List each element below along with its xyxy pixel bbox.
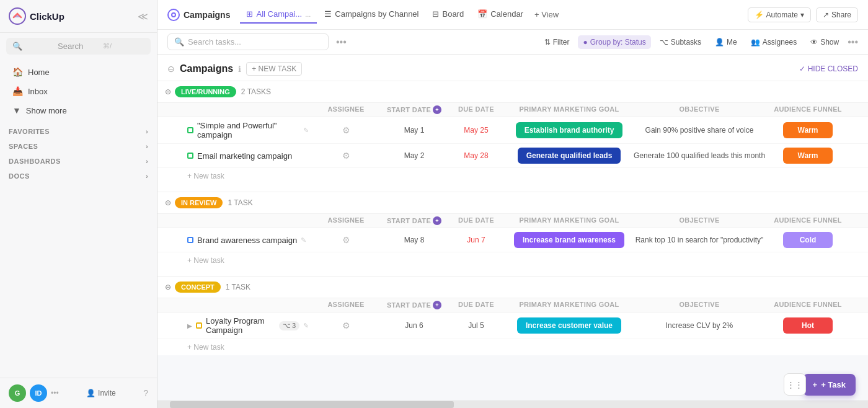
assignees-icon: 👥: [751, 38, 760, 47]
group-icon: ●: [583, 38, 587, 47]
section-label: DASHBOARDS: [9, 157, 61, 165]
task-name-1: "Simple and Powerful" campaign ✎: [187, 121, 309, 140]
tab-calendar[interactable]: 📅 Calendar: [471, 6, 529, 24]
tab-icon: ☰: [324, 9, 332, 19]
due-date-4: Jul 5: [445, 321, 507, 330]
chevron-right-icon: ›: [146, 143, 148, 150]
assignee-cell-2: ⚙: [309, 151, 383, 161]
help-icon[interactable]: ?: [143, 388, 148, 398]
col-primary-goal: PRIMARY MARKETING GOAL: [507, 301, 631, 309]
assignee-cell-1: ⚙: [309, 125, 383, 135]
filter-icon: ⇅: [544, 38, 551, 47]
table-row: ▶ Loyalty Program Campaign ⌥ 3 ✎ ⚙ Jun 6…: [157, 313, 868, 339]
tab-all-campaigns[interactable]: ⊞ All Campai... ...: [240, 6, 317, 24]
share-label: Share: [831, 11, 851, 19]
info-icon[interactable]: ℹ: [238, 64, 241, 74]
assignees-button[interactable]: 👥 Assignees: [746, 35, 802, 49]
audience-cell-3: Cold: [768, 232, 848, 248]
new-task-button[interactable]: + NEW TASK: [246, 62, 302, 76]
campaigns-title: Campaigns: [180, 63, 233, 74]
objective-cell-1: Gain 90% positive share of voice: [631, 126, 768, 135]
tab-board[interactable]: ⊟ Board: [426, 6, 470, 24]
sidebar-search[interactable]: 🔍 Search ⌘/: [6, 38, 151, 55]
audience-badge-4: Hot: [783, 317, 833, 334]
new-task-row-live[interactable]: + New task: [157, 168, 868, 184]
tab-campaigns-by-channel[interactable]: ☰ Campaigns by Channel: [318, 6, 425, 24]
new-task-row-review[interactable]: + New task: [157, 252, 868, 268]
sidebar-section-favorites[interactable]: FAVORITES ›: [0, 123, 157, 138]
subtask-expand-icon[interactable]: ▶: [187, 322, 192, 329]
toolbar-more-button[interactable]: •••: [336, 37, 347, 48]
task-checkbox-4[interactable]: [196, 322, 202, 329]
task-checkbox-2[interactable]: [187, 153, 193, 159]
edit-icon-4[interactable]: ✎: [303, 322, 309, 330]
grid-view-button[interactable]: ⋮⋮: [784, 373, 806, 396]
add-task-fab[interactable]: + + Task: [803, 374, 856, 396]
invite-label: Invite: [98, 389, 116, 397]
collapse-campaigns-icon[interactable]: ⊖: [167, 64, 175, 74]
search-tasks-input[interactable]: 🔍 Search tasks...: [167, 33, 329, 50]
me-button[interactable]: 👤 Me: [710, 35, 742, 49]
group-by-button[interactable]: ● Group by: Status: [578, 35, 650, 49]
start-date-3: May 8: [383, 236, 445, 244]
automate-icon: ⚡: [755, 11, 764, 19]
filter-button[interactable]: ⇅ Filter: [539, 35, 575, 49]
automate-label: Automate: [766, 11, 798, 19]
task-checkbox-3[interactable]: [187, 237, 193, 243]
sidebar-section-dashboards[interactable]: DASHBOARDS ›: [0, 153, 157, 167]
tab-label: All Campai...: [256, 9, 302, 19]
section-label: DOCS: [9, 172, 30, 180]
sidebar-item-show-more[interactable]: ▼ Show more: [4, 101, 153, 120]
horizontal-scrollbar[interactable]: [157, 401, 868, 408]
new-task-row-concept[interactable]: + New task: [157, 339, 868, 355]
start-date-4: Jun 6: [383, 321, 445, 330]
group-header-concept: ⊖ CONCEPT 1 TASK: [157, 276, 868, 298]
toolbar-overflow-button[interactable]: •••: [848, 37, 858, 48]
col-primary-goal: PRIMARY MARKETING GOAL: [507, 216, 631, 225]
due-date-2: May 28: [445, 151, 507, 160]
sidebar-item-inbox[interactable]: 📥 Inbox: [4, 82, 153, 100]
goal-cell-2: Generate qualified leads: [507, 148, 631, 164]
col-task-name: [187, 105, 309, 114]
edit-icon-1[interactable]: ✎: [303, 126, 309, 135]
tab-overflow-dots: ...: [305, 11, 311, 18]
group-count-review: 1 TASK: [228, 198, 252, 207]
show-button[interactable]: 👁 Show: [805, 35, 844, 49]
audience-badge-1: Warm: [783, 122, 833, 138]
sidebar-collapse-button[interactable]: ≪: [138, 11, 148, 22]
assignee-icon-4: ⚙: [342, 321, 350, 330]
edit-icon-3[interactable]: ✎: [301, 236, 306, 244]
subtasks-icon: ⌥: [660, 38, 668, 47]
search-icon: 🔍: [12, 42, 54, 51]
objective-cell-2: Generate 100 qualified leads this month: [631, 151, 768, 160]
me-icon: 👤: [715, 38, 724, 47]
toolbar-right: ⇅ Filter ● Group by: Status ⌥ Subtasks 👤…: [539, 35, 858, 49]
audience-badge-3: Cold: [783, 232, 833, 248]
sidebar-section-spaces[interactable]: SPACES ›: [0, 138, 157, 153]
add-view-button[interactable]: + View: [531, 7, 562, 22]
subtasks-button[interactable]: ⌥ Subtasks: [655, 35, 706, 49]
group-collapse-concept[interactable]: ⊖: [165, 283, 171, 291]
automate-button[interactable]: ⚡ Automate ▾: [748, 7, 811, 22]
col-task-name: [187, 216, 309, 225]
search-shortcut: ⌘/: [103, 42, 144, 50]
goal-badge-3: Increase brand awareness: [514, 232, 624, 248]
task-title-3: Brand awareness campaign: [197, 236, 297, 245]
section-label: SPACES: [9, 143, 38, 150]
share-button[interactable]: ↗ Share: [816, 7, 858, 22]
group-count-live: 2 TASKS: [241, 87, 271, 96]
invite-button[interactable]: 👤 Invite: [81, 386, 121, 400]
col-due-date: DUE DATE: [445, 301, 507, 309]
task-checkbox-1[interactable]: [187, 127, 193, 133]
group-collapse-live[interactable]: ⊖: [165, 87, 171, 96]
sidebar-section-docs[interactable]: DOCS ›: [0, 167, 157, 182]
group-collapse-review[interactable]: ⊖: [165, 198, 171, 207]
group-concept: ⊖ CONCEPT 1 TASK ASSIGNEE START DATE+ DU…: [157, 276, 868, 355]
hide-closed-button[interactable]: ✓ HIDE CLOSED: [799, 64, 858, 73]
group-by-label: Group by: Status: [590, 38, 646, 47]
sidebar-item-home[interactable]: 🏠 Home: [4, 63, 153, 81]
col-audience: AUDIENCE FUNNEL: [768, 216, 848, 225]
topnav-right: ⚡ Automate ▾ ↗ Share: [748, 7, 858, 22]
goal-badge-2: Generate qualified leads: [518, 148, 621, 164]
page-title: Campaigns: [184, 10, 230, 20]
